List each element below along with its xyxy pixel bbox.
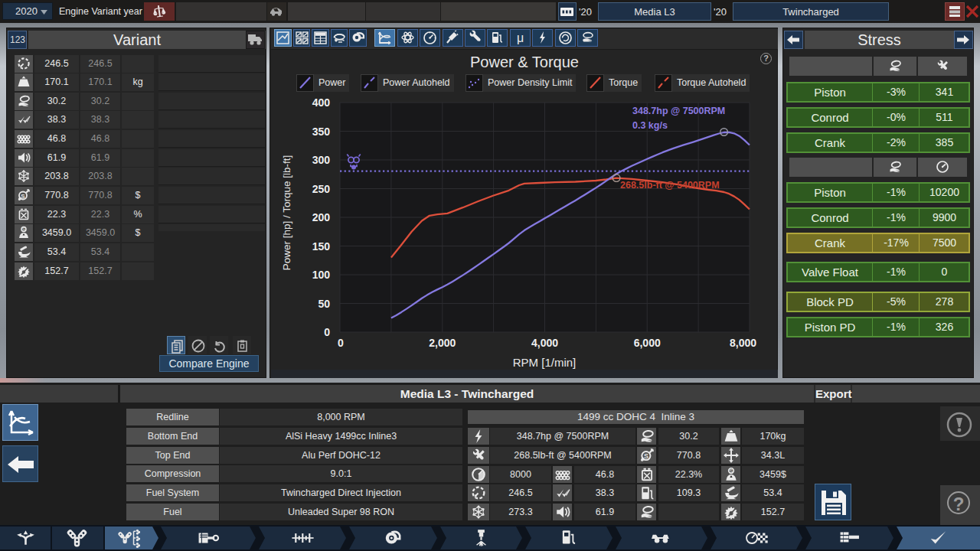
svg-text:150: 150 xyxy=(312,240,331,253)
svg-text:6,000: 6,000 xyxy=(634,337,661,349)
svg-text:348.7hp @ 7500RPM: 348.7hp @ 7500RPM xyxy=(632,106,725,116)
svg-text:400: 400 xyxy=(312,96,331,109)
svg-text:300: 300 xyxy=(312,154,331,166)
svg-text:200: 200 xyxy=(312,211,331,223)
svg-text:350: 350 xyxy=(312,126,331,138)
svg-text:S: S xyxy=(22,227,26,232)
svg-text:268.5lb-ft @ 5400RPM: 268.5lb-ft @ 5400RPM xyxy=(620,180,720,191)
svg-text:8,000: 8,000 xyxy=(730,337,756,349)
svg-text:4,000: 4,000 xyxy=(531,337,558,349)
svg-text:S: S xyxy=(729,467,733,474)
svg-text:RPM [1/min]: RPM [1/min] xyxy=(513,356,577,369)
svg-text:0: 0 xyxy=(324,326,330,338)
svg-text:100: 100 xyxy=(312,269,331,281)
svg-text:0: 0 xyxy=(338,337,344,349)
svg-text:250: 250 xyxy=(312,183,331,195)
svg-text:S: S xyxy=(21,193,25,200)
svg-text:0.3 kg/s: 0.3 kg/s xyxy=(632,120,668,131)
svg-text:2,000: 2,000 xyxy=(429,337,456,349)
svg-text:S: S xyxy=(643,452,648,460)
svg-text:Power [hp] / Torque [lb-ft]: Power [hp] / Torque [lb-ft] xyxy=(281,155,292,271)
svg-text:50: 50 xyxy=(318,298,330,310)
